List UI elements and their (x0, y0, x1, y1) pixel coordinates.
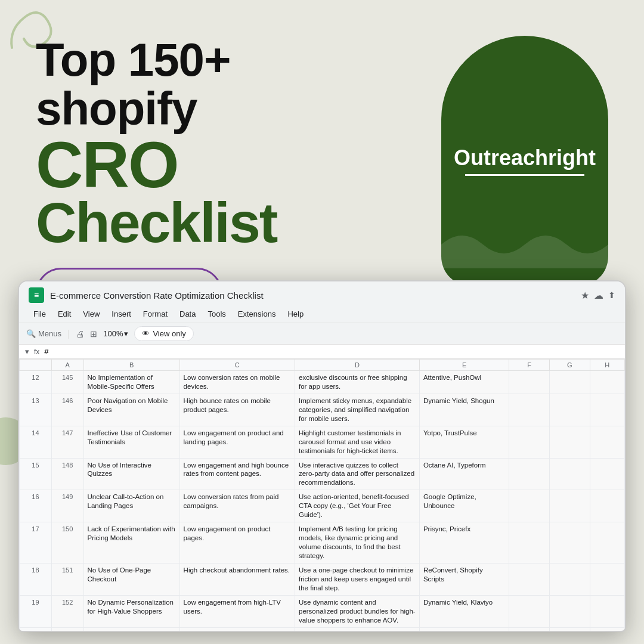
col-header-a: A (51, 360, 83, 371)
title-icons: ★ ☁ ⬆ (581, 290, 615, 301)
cell-b: No Use of One-Page Checkout (83, 563, 179, 595)
cell-g (549, 458, 590, 490)
table-row: 16 149 Unclear Call-to-Action on Landing… (20, 490, 625, 522)
menu-insert[interactable]: Insert (107, 308, 136, 320)
cell-e: Google Optimize, Unbounce (419, 490, 509, 522)
cell-b: Unclear Call-to-Action on Landing Pages (83, 490, 179, 522)
cell-f (509, 563, 550, 595)
menu-file[interactable]: File (29, 308, 51, 320)
cell-f (509, 371, 550, 394)
spreadsheet-grid: A B C D E F G H 12 145 No Implementation… (19, 359, 625, 632)
table-row: 14 147 Ineffective Use of Customer Testi… (20, 426, 625, 458)
cell-e: Attentive, PushOwl (419, 371, 509, 394)
col-header-e: E (419, 360, 509, 371)
print-icon[interactable]: 🖨 (76, 329, 84, 339)
star-icon[interactable]: ★ (581, 290, 589, 301)
cell-g (549, 371, 590, 394)
cell-a: 149 (51, 490, 83, 522)
cell-g (549, 394, 590, 426)
cell-g (549, 426, 590, 458)
cell-b: Poor Navigation on Mobile Devices (83, 394, 179, 426)
headline-line3: CRO (36, 134, 364, 196)
menu-data[interactable]: Data (175, 308, 200, 320)
spreadsheet-mockup: ≡ E-commerce Converstion Rate Optimizati… (18, 280, 626, 632)
cell-e: Unbounce, Instapage (419, 627, 509, 632)
headline-line4: Checklist (36, 196, 364, 249)
cell-h (590, 490, 624, 522)
cell-h (590, 595, 624, 627)
share-icon: ⬆ (608, 290, 615, 300)
table-row: 19 152 No Dynamic Personalization for Hi… (20, 595, 625, 627)
page-container: Outreachright Top 150+ shopify CRO Check… (0, 0, 644, 644)
row-number: 16 (20, 490, 52, 522)
cell-h (590, 627, 624, 632)
cell-c: High checkout abandonment rates. (179, 563, 295, 595)
cell-c: Low engagement on product and landing pa… (179, 426, 295, 458)
col-header-h: H (590, 360, 624, 371)
table-row: 20 153 Low Performance from Paid Search … (20, 627, 625, 632)
cell-g (549, 522, 590, 564)
menu-extensions[interactable]: Extensions (233, 308, 281, 320)
row-number: 20 (20, 627, 52, 632)
cell-d: exclusive discounts or free shipping for… (295, 371, 420, 394)
menu-edit[interactable]: Edit (53, 308, 76, 320)
menu-tools[interactable]: Tools (203, 308, 230, 320)
col-header-b: B (83, 360, 179, 371)
cell-a: 153 (51, 627, 83, 632)
cell-c: Low engagement on product pages. (179, 522, 295, 564)
col-header-f: F (509, 360, 550, 371)
cell-b: Lack of Experimentation with Pricing Mod… (83, 522, 179, 564)
cell-d: Use interactive quizzes to collect zero-… (295, 458, 420, 490)
menu-view[interactable]: View (78, 308, 104, 320)
cell-a: 147 (51, 426, 83, 458)
cell-e: Dynamic Yield, Shogun (419, 394, 509, 426)
brand-underline (465, 174, 584, 176)
cell-a: 150 (51, 522, 83, 564)
formula-bar: ▾ fx # (19, 345, 625, 359)
cell-a: 152 (51, 595, 83, 627)
cell-ref: fx (34, 348, 39, 356)
table-row: 17 150 Lack of Experimentation with Pric… (20, 522, 625, 564)
column-header-row: A B C D E F G H (20, 360, 625, 371)
zoom-control[interactable]: 100% ▾ (103, 329, 128, 338)
menu-format[interactable]: Format (138, 308, 172, 320)
cell-h (590, 458, 624, 490)
cell-f (509, 490, 550, 522)
cell-b: No Dynamic Personalization for High-Valu… (83, 595, 179, 627)
col-header-c: C (179, 360, 295, 371)
cell-f (509, 522, 550, 564)
cell-c: Low engagement from high-LTV users. (179, 595, 295, 627)
toolbar-divider: | (67, 329, 70, 339)
toolbar-search: 🔍 Menus (26, 329, 61, 338)
cell-d: Implement A/B testing for pricing models… (295, 522, 420, 564)
title-bar: ≡ E-commerce Converstion Rate Optimizati… (19, 281, 625, 323)
cell-g (549, 595, 590, 627)
row-number: 19 (20, 595, 52, 627)
toolbar: 🔍 Menus | 🖨 ⊞ 100% ▾ 👁 View only (19, 323, 625, 345)
doc-title: E-commerce Converstion Rate Optimization… (50, 290, 575, 301)
cell-e: Octane AI, Typeform (419, 458, 509, 490)
cell-c: High bounce rates on mobile product page… (179, 394, 295, 426)
cell-e: Prisync, Pricefx (419, 522, 509, 564)
chevron-down-icon: ▾ (124, 329, 128, 338)
grid-container: A B C D E F G H 12 145 No Implementation… (19, 359, 625, 632)
format-icon[interactable]: ⊞ (90, 329, 97, 339)
cell-c: Low conversion rates on mobile devices. (179, 371, 295, 394)
cell-e: Yotpo, TrustPulse (419, 426, 509, 458)
cell-d: Highlight customer testimonials in carou… (295, 426, 420, 458)
cell-b: No Use of Interactive Quizzes (83, 458, 179, 490)
row-number: 12 (20, 371, 52, 394)
cell-f (509, 595, 550, 627)
cell-a: 146 (51, 394, 83, 426)
cell-g (549, 563, 590, 595)
cell-c: Low engagement and high bounce rates fro… (179, 458, 295, 490)
arch-wave-icon (441, 221, 608, 268)
cell-h (590, 426, 624, 458)
formula-value: # (44, 347, 48, 356)
cell-d: Use dynamic content and personalized pro… (295, 595, 420, 627)
cell-d: Use a one-page checkout to minimize fric… (295, 563, 420, 595)
row-number: 17 (20, 522, 52, 564)
menu-help[interactable]: Help (283, 308, 308, 320)
cell-b: Ineffective Use of Customer Testimonials (83, 426, 179, 458)
sheets-icon: ≡ (29, 287, 44, 303)
